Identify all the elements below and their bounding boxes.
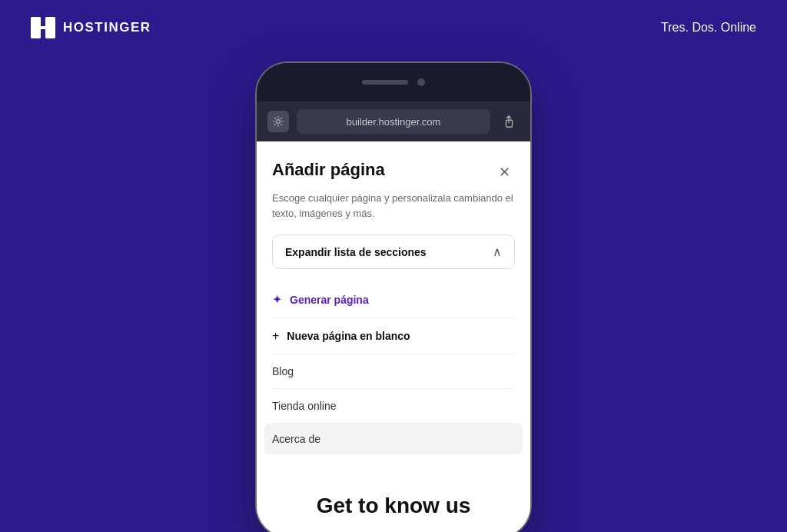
blog-label: Blog xyxy=(272,365,294,377)
logo-text: HOSTINGER xyxy=(63,20,151,35)
phone-outer: builder.hostinger.com Get to know us Aña… xyxy=(255,62,532,532)
acerca-de-page-item[interactable]: Acerca de xyxy=(264,424,523,454)
acerca-de-label: Acerca de xyxy=(272,433,320,445)
browser-menu-icon[interactable] xyxy=(267,111,289,132)
generate-page-label: Generar página xyxy=(290,294,369,306)
hostinger-logo-icon xyxy=(31,17,55,38)
settings-icon xyxy=(272,115,284,128)
page-preview: Get to know us xyxy=(257,475,530,532)
share-icon xyxy=(502,115,516,128)
svg-point-5 xyxy=(277,120,281,124)
browser-url-bar[interactable]: builder.hostinger.com xyxy=(297,109,490,134)
add-page-modal: Añadir página ✕ Escoge cualquier página … xyxy=(257,141,530,454)
page-preview-title: Get to know us xyxy=(317,494,471,518)
generate-page-item[interactable]: ✦ Generar página xyxy=(272,281,515,318)
new-blank-page-item[interactable]: + Nueva página en blanco xyxy=(272,318,515,354)
phone-power-button xyxy=(530,186,532,228)
modal-description: Escoge cualquier página y personalizala … xyxy=(272,191,515,221)
tienda-online-page-item[interactable]: Tienda online xyxy=(272,389,515,424)
browser-toolbar: builder.hostinger.com xyxy=(257,101,530,141)
sparkle-icon: ✦ xyxy=(272,292,282,307)
modal-title: Añadir página xyxy=(272,160,385,180)
header-tagline: Tres. Dos. Online xyxy=(661,21,756,35)
plus-icon: + xyxy=(272,329,279,343)
modal-header: Añadir página ✕ xyxy=(272,160,515,183)
phone-content: Get to know us Añadir página ✕ Escoge cu… xyxy=(257,141,530,532)
expand-label: Expandir lista de secciones xyxy=(285,246,427,258)
blog-page-item[interactable]: Blog xyxy=(272,354,515,389)
new-blank-page-label: Nueva página en blanco xyxy=(287,330,410,342)
logo: HOSTINGER xyxy=(31,17,151,38)
phone-camera xyxy=(417,78,425,86)
browser-share-button[interactable] xyxy=(498,111,520,132)
modal-close-button[interactable]: ✕ xyxy=(493,161,515,183)
tienda-online-label: Tienda online xyxy=(272,400,337,412)
expand-sections-button[interactable]: Expandir lista de secciones ∧ xyxy=(272,234,515,269)
phone-status-bar xyxy=(257,63,530,101)
chevron-up-icon: ∧ xyxy=(493,244,502,259)
phone-pill xyxy=(362,80,408,85)
browser-url-text: builder.hostinger.com xyxy=(347,116,441,128)
phone-mockup: builder.hostinger.com Get to know us Aña… xyxy=(255,62,532,532)
header: HOSTINGER Tres. Dos. Online xyxy=(0,0,787,55)
